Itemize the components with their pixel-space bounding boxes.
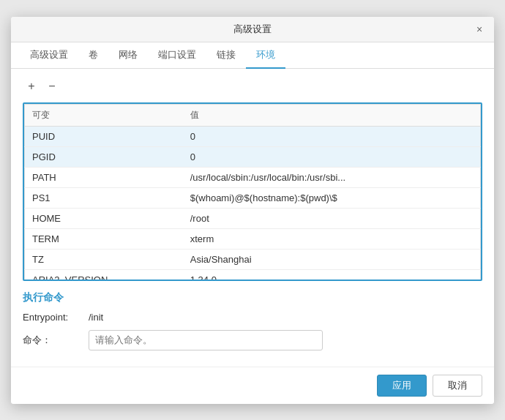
table-row[interactable]: PS1$(whoami)@$(hostname):$(pwd)\$ — [25, 187, 481, 208]
table-header-row: 可变 值 — [25, 104, 481, 126]
table-row[interactable]: HOME/root — [25, 208, 481, 228]
entrypoint-row: Entrypoint: /init — [23, 312, 482, 323]
dialog-footer: 应用 取消 — [11, 367, 494, 404]
title-bar: 高级设置 × — [11, 17, 494, 42]
advanced-settings-dialog: 高级设置 × 高级设置 卷 网络 端口设置 链接 环境 + − 可变 值 — [11, 17, 494, 404]
tab-environment[interactable]: 环境 — [246, 42, 285, 69]
tabs-bar: 高级设置 卷 网络 端口设置 链接 环境 — [11, 42, 494, 69]
env-var-cell: HOME — [25, 208, 183, 228]
exec-command-section-title: 执行命令 — [23, 291, 482, 304]
command-input[interactable] — [89, 330, 323, 350]
env-table: 可变 值 PUID0PGID0PATH/usr/local/sbin:/usr/… — [24, 104, 481, 280]
env-var-cell: PGID — [25, 146, 183, 167]
close-button[interactable]: × — [472, 22, 487, 37]
env-var-cell: TERM — [25, 228, 183, 249]
env-var-cell: TZ — [25, 249, 183, 269]
command-label: 命令： — [23, 334, 89, 347]
command-row: 命令： — [23, 330, 482, 350]
dialog-title: 高级设置 — [233, 23, 272, 36]
entrypoint-value: /init — [89, 312, 103, 323]
env-val-cell: 0 — [183, 126, 481, 146]
dialog-body: + − 可变 值 PUID0PGID0PATH/usr/local/sbin:/… — [11, 69, 494, 367]
tab-volumes[interactable]: 卷 — [78, 42, 108, 69]
add-env-button[interactable]: + — [23, 78, 40, 95]
table-row[interactable]: ARIA2_VERSION1.34.0 — [25, 269, 481, 280]
env-val-cell: xterm — [183, 228, 481, 249]
env-val-cell: $(whoami)@$(hostname):$(pwd)\$ — [183, 187, 481, 208]
cancel-button[interactable]: 取消 — [433, 375, 482, 397]
tab-links[interactable]: 链接 — [206, 42, 246, 69]
table-row[interactable]: TERMxterm — [25, 228, 481, 249]
tab-port-settings[interactable]: 端口设置 — [148, 42, 206, 69]
table-row[interactable]: TZAsia/Shanghai — [25, 249, 481, 269]
env-table-wrapper: 可变 值 PUID0PGID0PATH/usr/local/sbin:/usr/… — [23, 102, 482, 281]
env-val-cell: 0 — [183, 146, 481, 167]
env-val-cell: 1.34.0 — [183, 269, 481, 280]
table-row[interactable]: PGID0 — [25, 146, 481, 167]
col-header-var: 可变 — [25, 104, 183, 126]
remove-env-button[interactable]: − — [43, 78, 61, 95]
entrypoint-label: Entrypoint: — [23, 312, 89, 323]
env-val-cell: /root — [183, 208, 481, 228]
table-row[interactable]: PATH/usr/local/sbin:/usr/local/bin:/usr/… — [25, 167, 481, 187]
table-row[interactable]: PUID0 — [25, 126, 481, 146]
env-val-cell: Asia/Shanghai — [183, 249, 481, 269]
env-var-cell: PUID — [25, 126, 183, 146]
env-table-scroll[interactable]: 可变 值 PUID0PGID0PATH/usr/local/sbin:/usr/… — [24, 104, 481, 280]
env-var-cell: ARIA2_VERSION — [25, 269, 183, 280]
env-val-cell: /usr/local/sbin:/usr/local/bin:/usr/sbi.… — [183, 167, 481, 187]
env-var-cell: PATH — [25, 167, 183, 187]
col-header-val: 值 — [183, 104, 481, 126]
tab-network[interactable]: 网络 — [108, 42, 148, 69]
apply-button[interactable]: 应用 — [377, 375, 427, 397]
env-toolbar: + − — [23, 78, 482, 95]
tab-advanced-settings[interactable]: 高级设置 — [20, 42, 78, 69]
env-var-cell: PS1 — [25, 187, 183, 208]
